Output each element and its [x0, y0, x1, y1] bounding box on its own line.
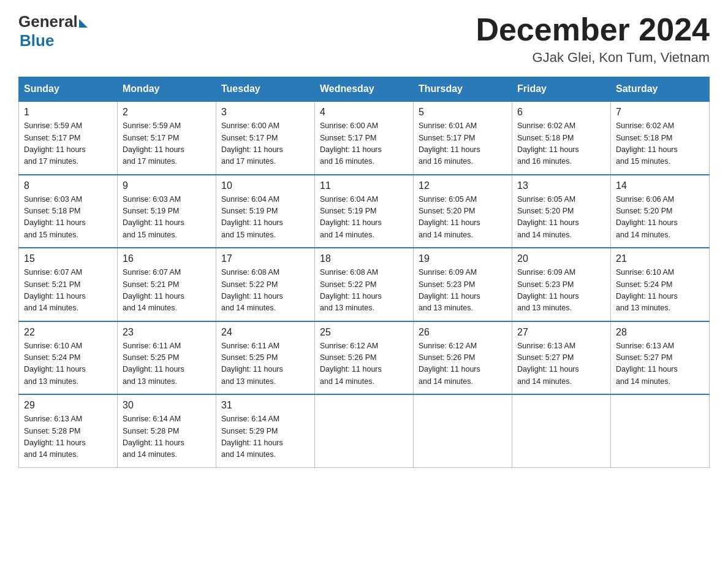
- calendar-cell: 16 Sunrise: 6:07 AMSunset: 5:21 PMDaylig…: [118, 248, 216, 321]
- calendar-cell: 17 Sunrise: 6:08 AMSunset: 5:22 PMDaylig…: [216, 248, 315, 321]
- day-number: 20: [517, 253, 605, 264]
- calendar-cell: 1 Sunrise: 5:59 AMSunset: 5:17 PMDayligh…: [19, 101, 118, 175]
- title-block: December 2024 GJak Glei, Kon Tum, Vietna…: [476, 12, 710, 66]
- day-info: Sunrise: 6:02 AMSunset: 5:18 PMDaylight:…: [616, 121, 678, 166]
- weekday-header-friday: Friday: [512, 77, 611, 102]
- calendar-cell: 27 Sunrise: 6:13 AMSunset: 5:27 PMDaylig…: [512, 321, 611, 395]
- day-number: 15: [24, 253, 112, 264]
- day-info: Sunrise: 5:59 AMSunset: 5:17 PMDaylight:…: [24, 121, 86, 166]
- day-number: 30: [123, 400, 211, 411]
- day-info: Sunrise: 6:13 AMSunset: 5:28 PMDaylight:…: [24, 415, 86, 459]
- day-number: 10: [221, 180, 309, 191]
- week-row-2: 8 Sunrise: 6:03 AMSunset: 5:18 PMDayligh…: [19, 175, 710, 248]
- weekday-header-sunday: Sunday: [19, 77, 118, 102]
- day-number: 9: [123, 180, 211, 191]
- day-info: Sunrise: 6:05 AMSunset: 5:20 PMDaylight:…: [517, 195, 579, 239]
- day-number: 29: [24, 400, 112, 411]
- day-info: Sunrise: 6:12 AMSunset: 5:26 PMDaylight:…: [320, 342, 382, 386]
- day-number: 25: [320, 327, 408, 338]
- day-info: Sunrise: 6:06 AMSunset: 5:20 PMDaylight:…: [616, 195, 678, 239]
- day-info: Sunrise: 6:10 AMSunset: 5:24 PMDaylight:…: [616, 268, 678, 312]
- calendar-cell: 3 Sunrise: 6:00 AMSunset: 5:17 PMDayligh…: [216, 101, 315, 175]
- day-info: Sunrise: 6:13 AMSunset: 5:27 PMDaylight:…: [616, 342, 678, 386]
- day-number: 4: [320, 107, 408, 118]
- calendar-cell: 25 Sunrise: 6:12 AMSunset: 5:26 PMDaylig…: [315, 321, 414, 395]
- calendar-cell: 26 Sunrise: 6:12 AMSunset: 5:26 PMDaylig…: [414, 321, 512, 395]
- day-info: Sunrise: 6:09 AMSunset: 5:23 PMDaylight:…: [419, 268, 480, 312]
- weekday-header-tuesday: Tuesday: [216, 77, 315, 102]
- day-info: Sunrise: 6:12 AMSunset: 5:26 PMDaylight:…: [419, 342, 480, 386]
- calendar-cell: 5 Sunrise: 6:01 AMSunset: 5:17 PMDayligh…: [414, 101, 512, 175]
- calendar-cell: 22 Sunrise: 6:10 AMSunset: 5:24 PMDaylig…: [19, 321, 118, 395]
- calendar-cell: 29 Sunrise: 6:13 AMSunset: 5:28 PMDaylig…: [19, 394, 118, 467]
- calendar-cell: 24 Sunrise: 6:11 AMSunset: 5:25 PMDaylig…: [216, 321, 315, 395]
- calendar-cell: [512, 394, 611, 467]
- day-number: 21: [616, 253, 704, 264]
- calendar-cell: 7 Sunrise: 6:02 AMSunset: 5:18 PMDayligh…: [611, 101, 710, 175]
- day-number: 19: [419, 253, 507, 264]
- calendar-cell: 11 Sunrise: 6:04 AMSunset: 5:19 PMDaylig…: [315, 175, 414, 248]
- week-row-1: 1 Sunrise: 5:59 AMSunset: 5:17 PMDayligh…: [19, 101, 710, 175]
- day-number: 1: [24, 107, 112, 118]
- calendar-cell: 8 Sunrise: 6:03 AMSunset: 5:18 PMDayligh…: [19, 175, 118, 248]
- day-info: Sunrise: 6:11 AMSunset: 5:25 PMDaylight:…: [123, 342, 184, 386]
- calendar-cell: 31 Sunrise: 6:14 AMSunset: 5:29 PMDaylig…: [216, 394, 315, 467]
- day-number: 31: [221, 400, 309, 411]
- calendar-cell: 6 Sunrise: 6:02 AMSunset: 5:18 PMDayligh…: [512, 101, 611, 175]
- day-info: Sunrise: 6:03 AMSunset: 5:18 PMDaylight:…: [24, 195, 86, 239]
- calendar-cell: 19 Sunrise: 6:09 AMSunset: 5:23 PMDaylig…: [414, 248, 512, 321]
- day-info: Sunrise: 6:13 AMSunset: 5:27 PMDaylight:…: [517, 342, 579, 386]
- week-row-5: 29 Sunrise: 6:13 AMSunset: 5:28 PMDaylig…: [19, 394, 710, 467]
- day-number: 6: [517, 107, 605, 118]
- logo-blue-text: Blue: [20, 31, 54, 50]
- day-info: Sunrise: 6:00 AMSunset: 5:17 PMDaylight:…: [221, 121, 283, 166]
- day-number: 5: [419, 107, 507, 118]
- day-info: Sunrise: 6:10 AMSunset: 5:24 PMDaylight:…: [24, 342, 86, 386]
- calendar-cell: [414, 394, 512, 467]
- day-number: 17: [221, 253, 309, 264]
- day-number: 16: [123, 253, 211, 264]
- day-number: 7: [616, 107, 704, 118]
- day-number: 8: [24, 180, 112, 191]
- weekday-header-monday: Monday: [118, 77, 216, 102]
- calendar-cell: 23 Sunrise: 6:11 AMSunset: 5:25 PMDaylig…: [118, 321, 216, 395]
- calendar-cell: 9 Sunrise: 6:03 AMSunset: 5:19 PMDayligh…: [118, 175, 216, 248]
- day-number: 13: [517, 180, 605, 191]
- day-info: Sunrise: 6:09 AMSunset: 5:23 PMDaylight:…: [517, 268, 579, 312]
- day-info: Sunrise: 6:02 AMSunset: 5:18 PMDaylight:…: [517, 121, 579, 166]
- day-info: Sunrise: 6:05 AMSunset: 5:20 PMDaylight:…: [419, 195, 480, 239]
- calendar-cell: 13 Sunrise: 6:05 AMSunset: 5:20 PMDaylig…: [512, 175, 611, 248]
- day-info: Sunrise: 6:08 AMSunset: 5:22 PMDaylight:…: [221, 268, 283, 312]
- day-info: Sunrise: 6:04 AMSunset: 5:19 PMDaylight:…: [221, 195, 283, 239]
- weekday-header-row: SundayMondayTuesdayWednesdayThursdayFrid…: [19, 77, 710, 102]
- day-number: 26: [419, 327, 507, 338]
- calendar-cell: 21 Sunrise: 6:10 AMSunset: 5:24 PMDaylig…: [611, 248, 710, 321]
- calendar-cell: 20 Sunrise: 6:09 AMSunset: 5:23 PMDaylig…: [512, 248, 611, 321]
- day-number: 11: [320, 180, 408, 191]
- calendar-cell: 4 Sunrise: 6:00 AMSunset: 5:17 PMDayligh…: [315, 101, 414, 175]
- day-number: 12: [419, 180, 507, 191]
- day-number: 27: [517, 327, 605, 338]
- day-info: Sunrise: 6:07 AMSunset: 5:21 PMDaylight:…: [123, 268, 184, 312]
- day-info: Sunrise: 6:08 AMSunset: 5:22 PMDaylight:…: [320, 268, 382, 312]
- day-number: 3: [221, 107, 309, 118]
- weekday-header-saturday: Saturday: [611, 77, 710, 102]
- calendar-table: SundayMondayTuesdayWednesdayThursdayFrid…: [18, 77, 710, 468]
- day-info: Sunrise: 6:00 AMSunset: 5:17 PMDaylight:…: [320, 121, 382, 166]
- week-row-4: 22 Sunrise: 6:10 AMSunset: 5:24 PMDaylig…: [19, 321, 710, 395]
- day-number: 14: [616, 180, 704, 191]
- calendar-cell: 10 Sunrise: 6:04 AMSunset: 5:19 PMDaylig…: [216, 175, 315, 248]
- day-number: 28: [616, 327, 704, 338]
- day-number: 2: [123, 107, 211, 118]
- day-number: 24: [221, 327, 309, 338]
- calendar-cell: [315, 394, 414, 467]
- weekday-header-thursday: Thursday: [414, 77, 512, 102]
- calendar-cell: 14 Sunrise: 6:06 AMSunset: 5:20 PMDaylig…: [611, 175, 710, 248]
- calendar-cell: 12 Sunrise: 6:05 AMSunset: 5:20 PMDaylig…: [414, 175, 512, 248]
- day-info: Sunrise: 6:14 AMSunset: 5:29 PMDaylight:…: [221, 415, 283, 459]
- location-title: GJak Glei, Kon Tum, Vietnam: [476, 50, 710, 66]
- calendar-cell: [611, 394, 710, 467]
- day-number: 23: [123, 327, 211, 338]
- month-title: December 2024: [476, 12, 710, 47]
- day-info: Sunrise: 5:59 AMSunset: 5:17 PMDaylight:…: [123, 121, 184, 166]
